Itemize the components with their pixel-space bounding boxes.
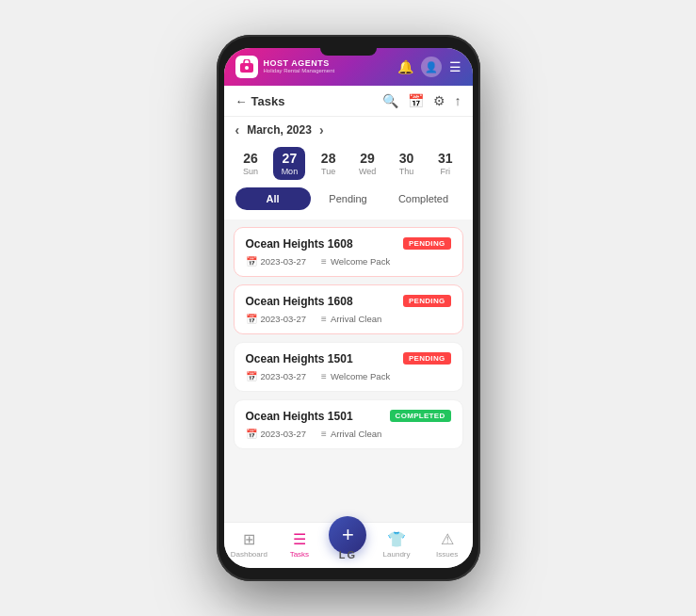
task-card-1-header: Ocean Heights 1608 PENDING: [246, 237, 451, 251]
task-4-status: COMPLETED: [390, 410, 451, 422]
task-3-type: ≡ Welcome Pack: [321, 371, 390, 381]
task-card-3-footer: 📅 2023-03-27 ≡ Welcome Pack: [246, 371, 451, 381]
prev-month-button[interactable]: ‹: [235, 122, 240, 138]
back-navigation[interactable]: ← Tasks: [235, 94, 285, 108]
date-30[interactable]: 30 Thu: [391, 147, 423, 180]
task-card-4[interactable]: Ocean Heights 1501 COMPLETED 📅 2023-03-2…: [234, 399, 463, 449]
calendar-small-icon-3: 📅: [246, 371, 257, 381]
task-3-property: Ocean Heights 1501: [246, 352, 353, 365]
date-28[interactable]: 28 Tue: [313, 147, 345, 180]
sub-header: ← Tasks 🔍 📅 ⚙ ↑: [224, 86, 473, 117]
logo-icon: [235, 56, 258, 78]
nav-tasks-label: Tasks: [290, 550, 309, 559]
fab-add-button[interactable]: +: [329, 516, 366, 554]
date-27[interactable]: 27 Mon: [273, 147, 305, 180]
logo-area: HOST AGENTS Holiday Rental Management: [235, 56, 335, 78]
current-month: March, 2023: [247, 123, 312, 137]
list-icon-4: ≡: [321, 429, 327, 439]
nav-issues-label: Issues: [436, 550, 458, 559]
task-4-date: 📅 2023-03-27: [246, 429, 307, 439]
filter-tabs: All Pending Completed: [224, 187, 473, 219]
task-card-2-header: Ocean Heights 1608 PENDING: [246, 295, 451, 308]
task-list: Ocean Heights 1608 PENDING 📅 2023-03-27 …: [224, 219, 473, 522]
task-4-property: Ocean Heights 1501: [246, 410, 353, 423]
tasks-icon: ☰: [293, 530, 306, 548]
bottom-nav: ⊞ Dashboard ☰ Tasks + 👕 Laundry ⚠ Issues: [224, 522, 473, 568]
nav-issues[interactable]: ⚠ Issues: [427, 530, 468, 559]
sub-header-icons: 🔍 📅 ⚙ ↑: [382, 93, 461, 108]
task-1-property: Ocean Heights 1608: [246, 237, 353, 251]
month-navigation: ‹ March, 2023 ›: [235, 122, 324, 138]
calendar-small-icon: 📅: [246, 256, 257, 267]
svg-point-1: [245, 66, 249, 70]
filter-icon[interactable]: ⚙: [433, 93, 445, 108]
nav-laundry-label: Laundry: [383, 550, 411, 559]
tab-pending[interactable]: Pending: [311, 187, 386, 210]
task-1-type: ≡ Welcome Pack: [321, 256, 390, 267]
calendar-icon[interactable]: 📅: [408, 93, 424, 108]
tab-all[interactable]: All: [235, 187, 311, 210]
nav-tasks[interactable]: ☰ Tasks: [279, 530, 320, 559]
date-31[interactable]: 31 Fri: [429, 147, 461, 180]
calendar-small-icon-2: 📅: [246, 314, 257, 324]
task-1-date: 📅 2023-03-27: [246, 256, 307, 267]
user-icon: 👤: [425, 61, 438, 73]
date-29[interactable]: 29 Wed: [351, 147, 383, 180]
task-card-2[interactable]: Ocean Heights 1608 PENDING 📅 2023-03-27 …: [234, 284, 463, 334]
list-icon-2: ≡: [321, 314, 327, 324]
task-card-3-header: Ocean Heights 1501 PENDING: [246, 352, 451, 365]
issues-icon: ⚠: [441, 530, 454, 548]
date-26[interactable]: 26 Sun: [235, 147, 267, 180]
calendar-small-icon-4: 📅: [246, 429, 257, 439]
nav-dashboard[interactable]: ⊞ Dashboard: [228, 530, 269, 559]
nav-laundry[interactable]: 👕 Laundry: [376, 530, 417, 559]
laundry-icon: 👕: [387, 530, 406, 548]
task-card-3[interactable]: Ocean Heights 1501 PENDING 📅 2023-03-27 …: [234, 342, 463, 392]
dashboard-icon: ⊞: [243, 530, 255, 548]
avatar[interactable]: 👤: [421, 57, 442, 77]
task-2-type: ≡ Arrival Clean: [321, 314, 381, 324]
task-card-2-footer: 📅 2023-03-27 ≡ Arrival Clean: [246, 314, 451, 324]
page-title: Tasks: [251, 94, 285, 108]
task-4-type: ≡ Arrival Clean: [321, 429, 381, 439]
list-icon-3: ≡: [321, 371, 327, 381]
app-subtitle: Holiday Rental Management: [264, 68, 335, 74]
list-icon: ≡: [321, 256, 327, 267]
task-2-date: 📅 2023-03-27: [246, 314, 307, 324]
task-card-4-header: Ocean Heights 1501 COMPLETED: [246, 410, 451, 423]
back-arrow-icon: ←: [235, 94, 248, 108]
task-card-4-footer: 📅 2023-03-27 ≡ Arrival Clean: [246, 429, 451, 439]
task-2-property: Ocean Heights 1608: [246, 295, 353, 308]
task-card-1[interactable]: Ocean Heights 1608 PENDING 📅 2023-03-27 …: [234, 227, 463, 277]
tab-completed[interactable]: Completed: [386, 187, 461, 210]
date-strip: 26 Sun 27 Mon 28 Tue 29 Wed 30 Thu: [224, 143, 473, 187]
menu-icon[interactable]: ☰: [449, 59, 461, 74]
task-1-status: PENDING: [403, 237, 451, 250]
app-name: HOST AGENTS: [264, 59, 335, 68]
header-icons: 🔔 👤 ☰: [397, 57, 461, 77]
calendar-header: ‹ March, 2023 ›: [224, 117, 473, 143]
share-icon[interactable]: ↑: [455, 93, 461, 108]
logo-text: HOST AGENTS Holiday Rental Management: [264, 59, 335, 74]
nav-dashboard-label: Dashboard: [231, 550, 267, 559]
task-2-status: PENDING: [403, 295, 451, 307]
task-3-date: 📅 2023-03-27: [246, 371, 307, 381]
task-3-status: PENDING: [403, 352, 451, 365]
next-month-button[interactable]: ›: [319, 122, 324, 138]
task-card-1-footer: 📅 2023-03-27 ≡ Welcome Pack: [246, 256, 451, 267]
search-icon[interactable]: 🔍: [382, 93, 398, 108]
bell-icon[interactable]: 🔔: [397, 59, 413, 74]
phone-brand: LG: [339, 549, 357, 560]
